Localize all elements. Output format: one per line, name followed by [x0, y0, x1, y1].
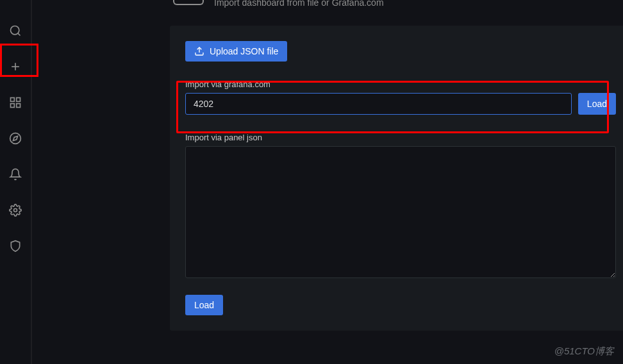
upload-icon: [194, 46, 204, 56]
grafana-import-label: Import via grafana.com: [185, 79, 616, 89]
upload-button-label: Upload JSON file: [210, 46, 278, 56]
panel-json-section: Import via panel json: [185, 133, 616, 281]
bottom-load-label: Load: [194, 300, 214, 310]
svg-point-0: [11, 26, 19, 35]
explore-icon[interactable]: [5, 128, 26, 149]
svg-rect-5: [17, 98, 21, 102]
dashboards-icon[interactable]: [5, 92, 26, 113]
load-grafana-button[interactable]: Load: [578, 93, 616, 115]
page-subtitle: Import dashboard from file or Grafana.co…: [214, 0, 384, 8]
sidebar: [0, 0, 31, 364]
svg-marker-9: [13, 136, 17, 140]
bottom-actions: Load: [185, 295, 616, 315]
svg-point-8: [10, 133, 21, 144]
page-header: Import dashboard from file or Grafana.co…: [32, 0, 623, 8]
svg-rect-4: [11, 98, 15, 102]
alerting-icon[interactable]: [5, 164, 26, 185]
configuration-icon[interactable]: [5, 200, 26, 220]
load-json-button[interactable]: Load: [185, 295, 223, 315]
import-icon: [173, 0, 204, 5]
search-icon[interactable]: [5, 21, 26, 41]
grafana-url-input[interactable]: [185, 93, 572, 115]
panel-json-textarea[interactable]: [185, 146, 616, 278]
panel-json-label: Import via panel json: [185, 133, 616, 142]
svg-rect-7: [11, 104, 15, 108]
main-content: Import dashboard from file or Grafana.co…: [32, 0, 623, 364]
server-admin-icon[interactable]: [5, 236, 26, 256]
svg-line-1: [18, 33, 21, 36]
import-form-panel: Upload JSON file Import via grafana.com …: [170, 26, 623, 331]
load-button-label: Load: [587, 99, 607, 109]
create-icon[interactable]: [5, 56, 26, 77]
grafana-import-section: Import via grafana.com Load: [185, 79, 616, 115]
grafana-input-row: Load: [185, 93, 616, 115]
upload-json-button[interactable]: Upload JSON file: [185, 41, 287, 62]
svg-point-10: [14, 209, 17, 212]
watermark-text: @51CTO博客: [554, 345, 614, 358]
svg-rect-6: [17, 104, 21, 108]
